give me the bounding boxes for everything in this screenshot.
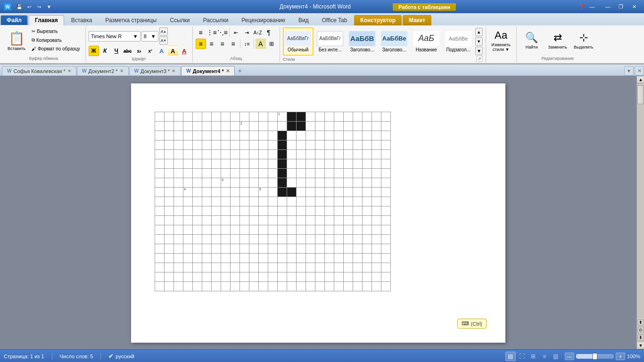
crossword-cell-8-13[interactable] (278, 188, 287, 197)
styles-dialog-launcher[interactable]: ↗ (476, 56, 483, 62)
crossword-cell-10-15[interactable] (297, 206, 306, 216)
crossword-cell-3-11[interactable] (259, 140, 268, 150)
crossword-cell-3-1[interactable] (165, 140, 174, 150)
scroll-track[interactable] (637, 83, 644, 318)
draft-view-btn[interactable]: ▥ (551, 352, 561, 361)
crossword-cell-16-23[interactable] (372, 263, 381, 272)
crossword-cell-8-12[interactable] (268, 188, 278, 197)
crossword-cell-4-21[interactable] (353, 150, 363, 159)
crossword-cell-17-16[interactable] (306, 272, 315, 282)
crossword-cell-16-21[interactable] (353, 263, 363, 272)
crossword-cell-10-16[interactable] (306, 206, 315, 216)
crossword-cell-5-23[interactable] (372, 159, 381, 169)
crossword-cell-8-2[interactable] (174, 188, 183, 197)
crossword-cell-2-23[interactable] (372, 131, 381, 140)
crossword-cell-16-4[interactable] (193, 263, 202, 272)
crossword-cell-14-17[interactable] (315, 244, 325, 254)
tab-doc1[interactable]: W Софья Ковалевская * ✕ (2, 66, 76, 75)
copy-button[interactable]: ⧉ Копировать (29, 36, 83, 44)
crossword-cell-6-2[interactable] (174, 169, 183, 178)
crossword-cell-13-2[interactable] (174, 235, 183, 244)
crossword-cell-2-4[interactable] (193, 131, 202, 140)
crossword-cell-17-8[interactable] (231, 272, 240, 282)
crossword-cell-12-4[interactable] (193, 225, 202, 235)
crossword-cell-11-5[interactable] (202, 216, 212, 225)
crossword-cell-11-20[interactable] (344, 216, 353, 225)
crossword-cell-11-13[interactable] (278, 216, 287, 225)
crossword-cell-9-7[interactable] (221, 197, 231, 206)
crossword-cell-13-24[interactable] (381, 235, 391, 244)
crossword-cell-10-6[interactable] (212, 206, 221, 216)
crossword-cell-17-13[interactable] (278, 272, 287, 282)
crossword-cell-13-6[interactable] (212, 235, 221, 244)
crossword-cell-13-13[interactable] (278, 235, 287, 244)
crossword-cell-16-0[interactable] (155, 263, 165, 272)
crossword-cell-2-20[interactable] (344, 131, 353, 140)
crossword-cell-18-24[interactable] (381, 282, 391, 291)
doc4-close[interactable]: ✕ (226, 68, 230, 74)
crossword-cell-17-11[interactable] (259, 272, 268, 282)
crossword-cell-6-4[interactable] (193, 169, 202, 178)
paste-button[interactable]: 📋 Вставить (5, 27, 28, 54)
tab-layout[interactable]: Разметка страницы (99, 15, 163, 25)
zoom-thumb[interactable] (593, 353, 597, 360)
crossword-cell-7-14[interactable] (287, 178, 297, 188)
crossword-cell-6-3[interactable] (183, 169, 193, 178)
crossword-cell-8-5[interactable] (202, 188, 212, 197)
crossword-cell-10-10[interactable] (249, 206, 259, 216)
crossword-cell-0-11[interactable] (259, 112, 268, 122)
multilevel-list-btn[interactable]: ⋱≡ (217, 27, 228, 38)
crossword-cell-4-10[interactable] (249, 150, 259, 159)
crossword-cell-2-15[interactable] (297, 131, 306, 140)
crossword-cell-17-24[interactable] (381, 272, 391, 282)
font-size-increase-btn[interactable]: A▲ (159, 27, 168, 36)
crossword-cell-4-4[interactable] (193, 150, 202, 159)
crossword-cell-1-11[interactable] (259, 122, 268, 131)
crossword-cell-5-14[interactable] (287, 159, 297, 169)
tab-mailings[interactable]: Рассылки (197, 15, 234, 25)
crossword-cell-18-12[interactable] (268, 282, 278, 291)
crossword-cell-14-16[interactable] (306, 244, 315, 254)
crossword-cell-18-22[interactable] (363, 282, 372, 291)
crossword-cell-12-9[interactable] (240, 225, 249, 235)
crossword-cell-7-5[interactable] (202, 178, 212, 188)
crossword-cell-17-22[interactable] (363, 272, 372, 282)
crossword-cell-2-3[interactable] (183, 131, 193, 140)
crossword-cell-6-16[interactable] (306, 169, 315, 178)
crossword-cell-14-7[interactable] (221, 244, 231, 254)
crossword-cell-13-4[interactable] (193, 235, 202, 244)
crossword-cell-12-21[interactable] (353, 225, 363, 235)
crossword-cell-7-23[interactable] (372, 178, 381, 188)
crossword-cell-12-16[interactable] (306, 225, 315, 235)
highlight-button[interactable]: A (168, 46, 178, 56)
crossword-cell-2-11[interactable] (259, 131, 268, 140)
justify-btn[interactable]: ≡ (228, 39, 239, 49)
qa-dropdown-btn[interactable]: ▼ (45, 2, 53, 11)
crossword-cell-15-18[interactable] (325, 254, 334, 263)
scroll-down-btn[interactable]: ▼ (637, 342, 644, 349)
crossword-cell-1-22[interactable] (363, 122, 372, 131)
crossword-cell-16-5[interactable] (202, 263, 212, 272)
crossword-cell-1-7[interactable] (221, 122, 231, 131)
crossword-cell-4-11[interactable] (259, 150, 268, 159)
crossword-cell-6-14[interactable] (287, 169, 297, 178)
crossword-cell-7-1[interactable] (165, 178, 174, 188)
crossword-cell-1-10[interactable] (249, 122, 259, 131)
crossword-cell-13-1[interactable] (165, 235, 174, 244)
crossword-cell-11-6[interactable] (212, 216, 221, 225)
crossword-cell-3-23[interactable] (372, 140, 381, 150)
crossword-cell-7-11[interactable] (259, 178, 268, 188)
crossword-cell-5-6[interactable] (212, 159, 221, 169)
crossword-cell-13-11[interactable] (259, 235, 268, 244)
crossword-cell-2-24[interactable] (381, 131, 391, 140)
crossword-cell-15-16[interactable] (306, 254, 315, 263)
crossword-cell-8-14[interactable] (287, 188, 297, 197)
crossword-cell-7-18[interactable] (325, 178, 334, 188)
crossword-cell-8-1[interactable] (165, 188, 174, 197)
crossword-cell-11-12[interactable] (268, 216, 278, 225)
line-spacing-btn[interactable]: ↕≡ (242, 39, 252, 49)
crossword-cell-18-3[interactable] (183, 282, 193, 291)
crossword-cell-12-0[interactable] (155, 225, 165, 235)
crossword-cell-18-18[interactable] (325, 282, 334, 291)
crossword-cell-9-15[interactable] (297, 197, 306, 206)
